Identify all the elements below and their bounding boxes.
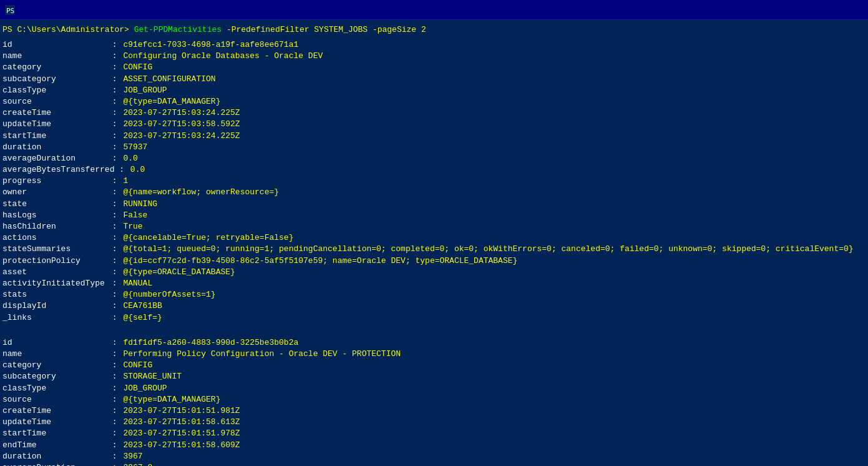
- output-line: protectionPolicy : @{id=ccf77c2d-fb39-45…: [2, 255, 866, 267]
- field-name: createTime: [2, 107, 107, 119]
- field-value: @{numberOfAssets=1}: [123, 289, 215, 300]
- field-value: c91efcc1-7033-4698-a19f-aafe8ee671a1: [123, 39, 298, 51]
- field-value: ASSET_CONFIGURATION: [123, 74, 215, 85]
- record-2: id : fd1f1df5-a260-4883-990d-3225be3b0b2…: [2, 337, 866, 466]
- field-value: 2023-07-27T15:03:24.225Z: [123, 131, 240, 142]
- field-name: category: [2, 62, 107, 73]
- command-text: Get-PPDMactivities: [134, 25, 222, 34]
- field-name: hasLogs: [2, 210, 107, 221]
- field-name: duration: [2, 142, 107, 153]
- field-name: endTime: [2, 440, 107, 451]
- output-line: state : RUNNING: [2, 199, 866, 210]
- field-separator: :: [107, 267, 122, 278]
- field-separator: :: [107, 312, 122, 324]
- field-value: @{type=ORACLE_DATABASE}: [123, 267, 235, 278]
- field-separator: :: [107, 119, 122, 130]
- field-value: RUNNING: [123, 199, 157, 210]
- record-1: id : c91efcc1-7033-4698-a19f-aafe8ee671a…: [2, 39, 866, 324]
- field-value: 2023-07-27T15:01:51.981Z: [123, 405, 240, 417]
- field-name: duration: [2, 451, 107, 462]
- field-name: category: [2, 360, 107, 371]
- output-line: updateTime : 2023-07-27T15:01:58.613Z: [2, 417, 866, 428]
- svg-text:PS: PS: [6, 7, 14, 15]
- field-separator: :: [107, 383, 122, 394]
- field-value: @{type=DATA_MANAGER}: [123, 96, 220, 107]
- field-separator: :: [107, 142, 122, 153]
- field-name: stats: [2, 289, 107, 300]
- output-line: createTime : 2023-07-27T15:03:24.225Z: [2, 107, 866, 119]
- field-separator: :: [107, 337, 122, 349]
- field-name: owner: [2, 187, 107, 198]
- output-line: hasChildren : True: [2, 221, 866, 232]
- output-line: asset : @{type=ORACLE_DATABASE}: [2, 267, 866, 278]
- output-line: classType : JOB_GROUP: [2, 383, 866, 394]
- field-name: subcategory: [2, 74, 107, 85]
- field-value: MANUAL: [123, 278, 152, 289]
- output-line: classType : JOB_GROUP: [2, 85, 866, 96]
- output-line: id : fd1f1df5-a260-4883-990d-3225be3b0b2…: [2, 337, 866, 349]
- field-separator: :: [107, 187, 122, 198]
- field-name: asset: [2, 267, 107, 278]
- field-separator: :: [107, 232, 122, 244]
- field-value: 2023-07-27T15:01:51.978Z: [123, 428, 240, 439]
- field-value: CONFIG: [123, 62, 152, 73]
- field-name: updateTime: [2, 417, 107, 428]
- field-value: True: [123, 221, 142, 232]
- maximize-button[interactable]: [804, 1, 833, 19]
- field-separator: :: [107, 107, 122, 119]
- field-separator: :: [107, 210, 122, 221]
- output-line: stateSummaries : @{total=1; queued=0; ru…: [2, 244, 866, 255]
- close-button[interactable]: [834, 1, 863, 19]
- output-line: duration : 57937: [2, 142, 866, 153]
- field-name: hasChildren: [2, 221, 107, 232]
- field-separator: :: [114, 164, 129, 176]
- field-name: _links: [2, 312, 107, 324]
- field-name: source: [2, 394, 107, 405]
- field-separator: :: [107, 51, 122, 62]
- field-value: False: [123, 210, 147, 221]
- field-name: protectionPolicy: [2, 255, 107, 267]
- field-name: averageDuration: [2, 462, 107, 466]
- field-separator: :: [107, 221, 122, 232]
- field-value: @{cancelable=True; retryable=False}: [123, 232, 293, 244]
- output-line: subcategory : ASSET_CONFIGURATION: [2, 74, 866, 85]
- field-name: displayId: [2, 300, 107, 312]
- field-value: Performing Policy Configuration - Oracle…: [123, 349, 401, 360]
- field-value: 1: [123, 176, 128, 187]
- output-line: _links : @{self=}: [2, 312, 866, 324]
- field-separator: :: [107, 349, 122, 360]
- field-separator: :: [107, 96, 122, 107]
- field-name: progress: [2, 176, 107, 187]
- output-line: source : @{type=DATA_MANAGER}: [2, 96, 866, 107]
- output-line: updateTime : 2023-07-27T15:03:58.592Z: [2, 119, 866, 130]
- field-name: state: [2, 199, 107, 210]
- field-name: actions: [2, 232, 107, 244]
- output-line: name : Configuring Oracle Databases - Or…: [2, 51, 866, 62]
- field-value: @{name=workflow; ownerResource=}: [123, 187, 279, 198]
- field-name: activityInitiatedType: [2, 278, 107, 289]
- field-name: stateSummaries: [2, 244, 107, 255]
- field-separator: :: [107, 255, 122, 267]
- field-value: Configuring Oracle Databases - Oracle DE…: [123, 51, 323, 62]
- title-bar: PS: [0, 0, 868, 20]
- field-value: @{total=1; queued=0; running=1; pendingC…: [123, 244, 853, 255]
- minimize-button[interactable]: [774, 1, 803, 19]
- output-line: averageBytesTransferred : 0.0: [2, 164, 866, 176]
- output-line: startTime : 2023-07-27T15:03:24.225Z: [2, 131, 866, 142]
- field-name: name: [2, 349, 107, 360]
- output-line: createTime : 2023-07-27T15:01:51.981Z: [2, 405, 866, 417]
- field-value: 0.0: [123, 153, 137, 164]
- field-value: 3967.0: [123, 462, 152, 466]
- output-line: displayId : CEA761BB: [2, 300, 866, 312]
- field-name: source: [2, 96, 107, 107]
- output-line: activityInitiatedType : MANUAL: [2, 278, 866, 289]
- output-line: stats : @{numberOfAssets=1}: [2, 289, 866, 300]
- field-separator: :: [107, 131, 122, 142]
- field-separator: :: [107, 85, 122, 96]
- field-separator: :: [107, 405, 122, 417]
- output-line: owner : @{name=workflow; ownerResource=}: [2, 187, 866, 198]
- output-line: duration : 3967: [2, 451, 866, 462]
- field-name: averageDuration: [2, 153, 107, 164]
- field-separator: :: [107, 451, 122, 462]
- field-name: subcategory: [2, 371, 107, 382]
